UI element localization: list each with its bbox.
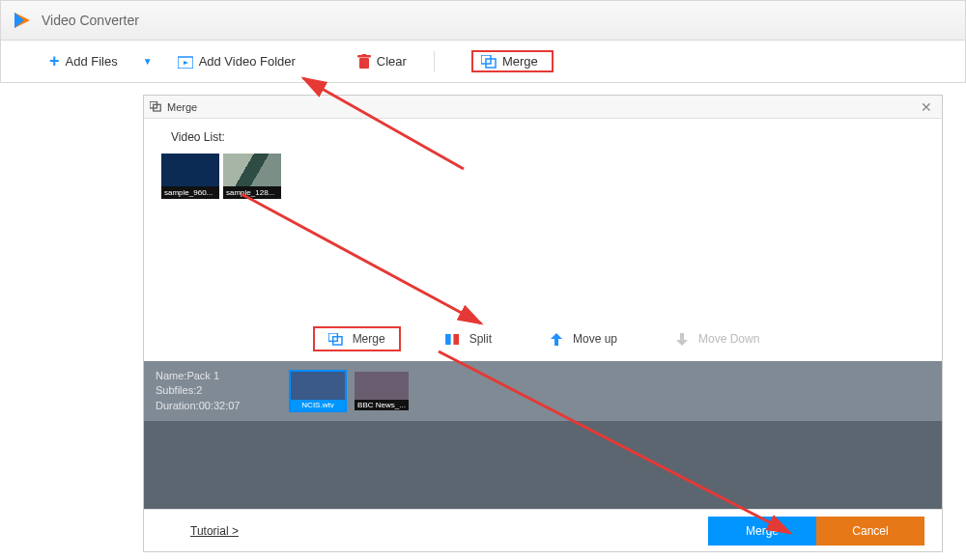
- merge-icon: [481, 55, 497, 69]
- merge-toolbar-label: Merge: [502, 54, 538, 69]
- video-list: sample_960... sample_128...: [144, 150, 942, 203]
- add-files-button[interactable]: + Add Files: [40, 45, 128, 77]
- merge-action-button[interactable]: Merge: [313, 326, 401, 351]
- move-up-button[interactable]: Move up: [536, 326, 631, 351]
- close-icon[interactable]: ✕: [917, 99, 936, 115]
- add-files-label: Add Files: [66, 54, 118, 69]
- merge-small-icon: [150, 101, 161, 112]
- pack-row[interactable]: Name:Pack 1 Subfiles:2 Duration:00:32:07…: [144, 361, 942, 421]
- thumbnail-label: sample_960...: [161, 186, 219, 199]
- pack-duration-label: Duration:: [156, 400, 199, 411]
- dialog-body: Video List: sample_960... sample_128... …: [144, 119, 942, 509]
- add-folder-label: Add Video Folder: [199, 54, 296, 69]
- folder-video-icon: [178, 55, 193, 69]
- dialog-title: Merge: [167, 101, 197, 113]
- dialog-footer: Tutorial > Merge Cancel: [144, 509, 942, 551]
- arrow-up-icon: [550, 333, 563, 346]
- trash-icon: [357, 54, 371, 70]
- pack-name-label: Name:: [156, 370, 186, 381]
- video-list-label: Video List:: [144, 119, 942, 150]
- tutorial-link[interactable]: Tutorial >: [190, 524, 239, 538]
- svg-rect-3: [361, 54, 366, 56]
- pack-thumb-label: BBC News_...: [355, 400, 409, 410]
- cancel-button[interactable]: Cancel: [816, 517, 924, 546]
- toolbar-separator: [434, 51, 435, 72]
- move-up-label: Move up: [573, 332, 617, 346]
- app-title: Video Converter: [42, 13, 139, 28]
- merge-toolbar-button[interactable]: Merge: [471, 50, 554, 72]
- split-icon: [445, 333, 460, 346]
- move-down-label: Move Down: [698, 332, 759, 346]
- app-logo-icon: [11, 9, 34, 32]
- thumbnail-icon: [161, 154, 219, 186]
- pack-subfiles-label: Subfiles:: [156, 384, 196, 396]
- pack-duration-value: 00:32:07: [199, 400, 241, 411]
- footer-buttons: Merge Cancel: [708, 517, 924, 546]
- middle-actions: Merge Split Move up Move Down: [144, 319, 942, 361]
- pack-subfiles-value: 2: [196, 384, 202, 396]
- pack-thumb-label: NCIS.wtv: [291, 400, 345, 410]
- thumbnail-icon: [223, 154, 281, 186]
- split-action-label: Split: [469, 332, 492, 346]
- plus-icon: +: [49, 51, 60, 71]
- thumbnail-label: sample_128...: [223, 186, 281, 199]
- merge-confirm-button[interactable]: Merge: [708, 517, 816, 546]
- list-item[interactable]: sample_128...: [223, 154, 281, 199]
- merge-dialog: Merge ✕ Video List: sample_960... sample…: [143, 95, 943, 552]
- toolbar: + Add Files ▼ Add Video Folder Clear Mer…: [0, 41, 966, 83]
- pack-item[interactable]: BBC News_...: [355, 372, 409, 410]
- add-video-folder-button[interactable]: Add Video Folder: [168, 48, 305, 74]
- list-item[interactable]: sample_960...: [161, 154, 219, 199]
- svg-rect-10: [445, 333, 451, 344]
- title-bar: Video Converter: [0, 0, 966, 41]
- clear-label: Clear: [377, 54, 407, 69]
- dialog-titlebar: Merge ✕: [144, 96, 942, 119]
- pack-name-value: Pack 1: [186, 370, 219, 381]
- merge-icon: [328, 333, 343, 346]
- svg-rect-1: [359, 58, 369, 69]
- pack-thumb-icon: [355, 372, 409, 400]
- split-action-button[interactable]: Split: [432, 326, 505, 351]
- pack-area: Name:Pack 1 Subfiles:2 Duration:00:32:07…: [144, 361, 942, 509]
- merge-action-label: Merge: [353, 332, 385, 346]
- arrow-down-icon: [675, 333, 689, 346]
- clear-button[interactable]: Clear: [348, 48, 416, 75]
- move-down-button: Move Down: [662, 326, 773, 351]
- svg-rect-11: [453, 333, 459, 344]
- add-files-dropdown-icon[interactable]: ▼: [135, 56, 160, 67]
- pack-item[interactable]: NCIS.wtv: [291, 372, 345, 410]
- pack-thumb-icon: [291, 372, 345, 400]
- pack-meta: Name:Pack 1 Subfiles:2 Duration:00:32:07: [156, 369, 281, 413]
